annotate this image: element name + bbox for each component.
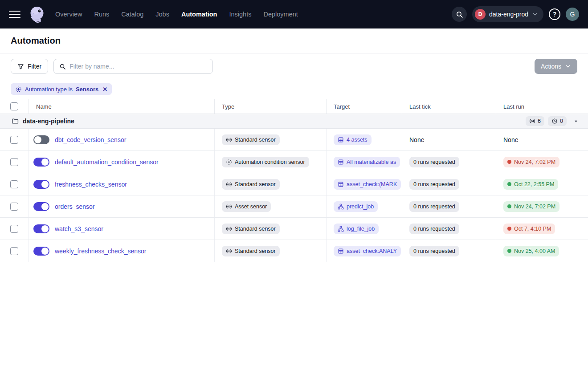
main-nav: Overview Runs Catalog Jobs Automation In…: [55, 11, 298, 18]
sensor-toggle[interactable]: [33, 202, 49, 211]
asset-icon: [338, 159, 344, 165]
column-header-last-tick: Last tick: [402, 99, 496, 114]
sensor-toggle[interactable]: [33, 135, 49, 144]
sensor-toggle[interactable]: [33, 224, 49, 233]
status-dot-success: [507, 182, 511, 186]
sensor-name-link[interactable]: weekly_freshness_check_sensor: [55, 248, 146, 255]
menu-icon[interactable]: [9, 11, 20, 18]
row-checkbox[interactable]: [10, 180, 18, 188]
last-tick-badge: 0 runs requested: [409, 157, 459, 167]
remove-filter-icon[interactable]: ✕: [102, 86, 107, 93]
sensor-toggle[interactable]: [33, 158, 49, 167]
nav-catalog[interactable]: Catalog: [121, 11, 143, 18]
sensor-name-link[interactable]: freshness_checks_sensor: [55, 181, 127, 188]
target-badge[interactable]: 4 assets: [334, 134, 372, 145]
row-checkbox[interactable]: [10, 136, 18, 144]
status-dot-success: [507, 249, 511, 253]
sensor-name-link[interactable]: watch_s3_sensor: [55, 225, 103, 232]
workspace-switcher[interactable]: D data-eng-prod: [472, 6, 543, 22]
last-run-badge[interactable]: Oct 7, 4:10 PM: [503, 224, 555, 234]
group-schedule-count-badge: 0: [548, 116, 567, 126]
name-filter-input[interactable]: [69, 63, 207, 70]
last-run-badge[interactable]: Nov 25, 4:00 AM: [503, 246, 559, 256]
nav-deployment[interactable]: Deployment: [263, 11, 298, 18]
sensor-icon: [226, 226, 232, 232]
filter-chip-prefix: Automation type is: [25, 86, 73, 93]
sensor-type-badge: Asset sensor: [222, 201, 271, 212]
last-tick-badge: 0 runs requested: [409, 246, 459, 256]
last-run-value: None: [503, 136, 518, 143]
table-row: default_automation_condition_sensor Auto…: [0, 151, 588, 173]
table-row: orders_sensor Asset sensor predict_job 0…: [0, 195, 588, 218]
sensor-name-link[interactable]: orders_sensor: [55, 203, 95, 210]
asset-icon: [338, 181, 344, 187]
sensor-icon: [226, 248, 232, 254]
column-header-name: Name: [29, 99, 214, 114]
chevron-down-icon: [565, 63, 571, 69]
row-checkbox[interactable]: [10, 247, 18, 255]
group-name: data-eng-pipeline: [23, 118, 74, 125]
asset-icon: [338, 137, 344, 143]
select-all-checkbox[interactable]: [10, 102, 18, 110]
help-button[interactable]: ?: [549, 8, 560, 20]
collapse-group-icon[interactable]: [573, 118, 579, 124]
sensor-type-badge: Standard sensor: [222, 134, 280, 145]
last-tick-badge: 0 runs requested: [409, 179, 459, 190]
last-tick-badge: 0 runs requested: [409, 201, 459, 212]
dagster-logo-icon[interactable]: [27, 4, 47, 24]
nav-automation[interactable]: Automation: [181, 11, 217, 18]
column-header-type: Type: [214, 99, 326, 114]
last-tick-value: None: [409, 136, 424, 143]
user-avatar[interactable]: G: [566, 8, 579, 21]
last-tick-badge: 0 runs requested: [409, 224, 459, 234]
search-button[interactable]: [452, 7, 467, 22]
clock-icon: [551, 118, 558, 124]
nav-jobs[interactable]: Jobs: [155, 11, 169, 18]
last-run-badge[interactable]: Nov 24, 7:02 PM: [503, 201, 559, 212]
nav-runs[interactable]: Runs: [94, 11, 109, 18]
group-row[interactable]: data-eng-pipeline 6 0: [0, 114, 588, 129]
job-icon: [338, 203, 344, 210]
table-row: watch_s3_sensor Standard sensor log_file…: [0, 218, 588, 240]
chevron-down-icon: [532, 11, 538, 17]
filter-button-label: Filter: [28, 63, 41, 70]
filter-button[interactable]: Filter: [11, 59, 48, 74]
sensor-name-link[interactable]: default_automation_condition_sensor: [55, 159, 159, 166]
folder-icon: [12, 118, 19, 125]
sensor-icon: [226, 203, 232, 210]
status-dot-error: [507, 227, 511, 231]
row-checkbox[interactable]: [10, 225, 18, 233]
workspace-avatar: D: [475, 9, 486, 20]
active-filters-row: Automation type is Sensors ✕: [0, 79, 588, 99]
target-badge[interactable]: asset_check:ANALY: [334, 246, 401, 256]
target-badge[interactable]: log_file_job: [334, 224, 379, 234]
target-badge[interactable]: asset_check:(MARK: [334, 179, 401, 190]
target-badge[interactable]: predict_job: [334, 201, 378, 212]
table-header-row: Name Type Target Last tick Last run: [0, 99, 588, 114]
status-dot-success: [507, 204, 511, 208]
row-checkbox[interactable]: [10, 158, 18, 166]
column-header-last-run: Last run: [496, 99, 588, 114]
page-title: Automation: [11, 36, 61, 46]
top-navigation-bar: Overview Runs Catalog Jobs Automation In…: [0, 0, 588, 28]
sensor-type-badge: Standard sensor: [222, 224, 280, 234]
workspace-name: data-eng-prod: [489, 11, 528, 18]
filter-chip-automation-type[interactable]: Automation type is Sensors ✕: [11, 83, 112, 95]
target-badge[interactable]: All materializable as: [334, 157, 400, 167]
actions-button[interactable]: Actions: [535, 59, 577, 74]
last-run-badge[interactable]: Oct 22, 2:55 PM: [503, 179, 558, 190]
asset-icon: [338, 248, 344, 254]
sensor-icon: [529, 118, 535, 124]
sensor-toggle[interactable]: [33, 247, 49, 256]
sensor-type-badge: Automation condition sensor: [222, 157, 309, 167]
last-run-badge[interactable]: Nov 24, 7:02 PM: [503, 157, 559, 167]
name-filter-field[interactable]: [53, 59, 213, 74]
sensor-type-badge: Standard sensor: [222, 246, 280, 256]
sensor-name-link[interactable]: dbt_code_version_sensor: [55, 136, 126, 143]
status-dot-error: [507, 160, 511, 164]
automation-condition-icon: [15, 86, 22, 93]
nav-overview[interactable]: Overview: [55, 11, 82, 18]
sensor-toggle[interactable]: [33, 180, 49, 189]
nav-insights[interactable]: Insights: [229, 11, 251, 18]
row-checkbox[interactable]: [10, 203, 18, 211]
